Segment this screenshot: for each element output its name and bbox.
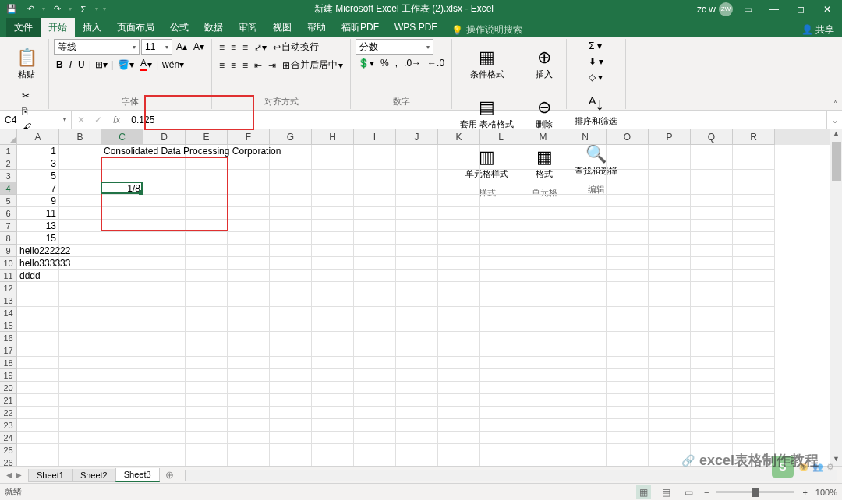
- cell-L2[interactable]: [480, 157, 522, 170]
- cell-Q22[interactable]: [691, 407, 733, 419]
- column-header-J[interactable]: J: [396, 129, 438, 145]
- cell-H8[interactable]: [312, 232, 354, 245]
- increase-font-icon[interactable]: A▴: [174, 40, 189, 54]
- cell-E2[interactable]: [186, 157, 228, 170]
- cell-P23[interactable]: [649, 419, 691, 432]
- cell-P5[interactable]: [649, 195, 691, 207]
- row-header-15[interactable]: 15: [0, 319, 17, 332]
- cell-H12[interactable]: [312, 282, 354, 294]
- cell-R12[interactable]: [733, 282, 775, 294]
- cell-F12[interactable]: [228, 282, 270, 294]
- cell-Q11[interactable]: [691, 270, 733, 282]
- cell-N24[interactable]: [564, 432, 607, 444]
- row-header-6[interactable]: 6: [0, 207, 17, 220]
- cell-D11[interactable]: [143, 270, 186, 282]
- cell-R18[interactable]: [733, 357, 775, 369]
- cell-N19[interactable]: [564, 369, 607, 382]
- cell-F20[interactable]: [228, 382, 270, 394]
- cell-R19[interactable]: [733, 369, 775, 382]
- cell-C10[interactable]: [101, 257, 143, 270]
- cell-N17[interactable]: [564, 344, 607, 357]
- align-middle-icon[interactable]: ≡: [228, 41, 239, 55]
- cell-H11[interactable]: [312, 270, 354, 282]
- cell-O24[interactable]: [607, 432, 649, 444]
- cell-A13[interactable]: [17, 294, 59, 307]
- cell-B15[interactable]: [59, 319, 101, 332]
- row-header-26[interactable]: 26: [0, 456, 17, 466]
- cell-P16[interactable]: [649, 332, 691, 344]
- cell-L24[interactable]: [480, 432, 522, 444]
- number-format-combo[interactable]: 分数▾: [356, 39, 433, 55]
- cell-L22[interactable]: [480, 407, 522, 419]
- cell-O26[interactable]: [607, 456, 649, 466]
- cell-B22[interactable]: [59, 407, 101, 419]
- cell-D12[interactable]: [143, 282, 186, 294]
- cell-P19[interactable]: [649, 369, 691, 382]
- cell-K5[interactable]: [438, 195, 480, 207]
- cell-D23[interactable]: [143, 419, 186, 432]
- cell-B7[interactable]: [59, 220, 101, 232]
- cell-M12[interactable]: [522, 282, 564, 294]
- cell-J5[interactable]: [396, 195, 438, 207]
- cell-D14[interactable]: [143, 307, 186, 319]
- cell-B6[interactable]: [59, 207, 101, 220]
- underline-button[interactable]: U: [76, 58, 87, 72]
- merge-center-button[interactable]: ⊞ 合并后居中 ▾: [280, 57, 345, 73]
- cell-E26[interactable]: [186, 456, 228, 466]
- cell-N5[interactable]: [564, 195, 607, 207]
- column-header-D[interactable]: D: [143, 129, 186, 145]
- cell-M18[interactable]: [522, 357, 564, 369]
- cell-O19[interactable]: [607, 369, 649, 382]
- cell-L26[interactable]: [480, 456, 522, 466]
- cell-J23[interactable]: [396, 419, 438, 432]
- cell-A23[interactable]: [17, 419, 59, 432]
- cell-R7[interactable]: [733, 220, 775, 232]
- sheet-nav-next-icon[interactable]: ▶: [16, 471, 22, 479]
- cell-I15[interactable]: [354, 319, 396, 332]
- cell-R4[interactable]: [733, 182, 775, 195]
- cell-E24[interactable]: [186, 432, 228, 444]
- cell-O18[interactable]: [607, 357, 649, 369]
- cell-H9[interactable]: [312, 245, 354, 257]
- cell-I14[interactable]: [354, 307, 396, 319]
- sort-filter-button[interactable]: ᴬ↓排序和筛选: [571, 86, 621, 134]
- cell-C17[interactable]: [101, 344, 143, 357]
- row-header-22[interactable]: 22: [0, 407, 17, 419]
- row-header-18[interactable]: 18: [0, 357, 17, 369]
- cell-E25[interactable]: [186, 444, 228, 456]
- cell-E12[interactable]: [186, 282, 228, 294]
- cell-O13[interactable]: [607, 294, 649, 307]
- cell-H23[interactable]: [312, 419, 354, 432]
- cell-Q21[interactable]: [691, 394, 733, 407]
- cell-O14[interactable]: [607, 307, 649, 319]
- cell-D6[interactable]: [143, 207, 186, 220]
- percent-format-icon[interactable]: %: [378, 56, 391, 70]
- cell-M21[interactable]: [522, 394, 564, 407]
- cell-P4[interactable]: [649, 182, 691, 195]
- cell-N1[interactable]: [564, 145, 607, 157]
- cell-C9[interactable]: [101, 245, 143, 257]
- accounting-format-icon[interactable]: 💲▾: [356, 56, 377, 70]
- cell-M10[interactable]: [522, 257, 564, 270]
- cell-A17[interactable]: [17, 344, 59, 357]
- cell-G18[interactable]: [270, 357, 312, 369]
- cell-Q16[interactable]: [691, 332, 733, 344]
- cell-F22[interactable]: [228, 407, 270, 419]
- cell-R5[interactable]: [733, 195, 775, 207]
- cell-R9[interactable]: [733, 245, 775, 257]
- cell-E14[interactable]: [186, 307, 228, 319]
- cell-J2[interactable]: [396, 157, 438, 170]
- fill-color-icon[interactable]: 🪣▾: [115, 58, 136, 72]
- cell-G24[interactable]: [270, 432, 312, 444]
- cell-F16[interactable]: [228, 332, 270, 344]
- cell-J6[interactable]: [396, 207, 438, 220]
- cell-E21[interactable]: [186, 394, 228, 407]
- cell-F9[interactable]: [228, 245, 270, 257]
- cell-I11[interactable]: [354, 270, 396, 282]
- cell-D13[interactable]: [143, 294, 186, 307]
- cell-H20[interactable]: [312, 382, 354, 394]
- cell-K1[interactable]: [438, 145, 480, 157]
- cell-R11[interactable]: [733, 270, 775, 282]
- copy-icon[interactable]: ⎘: [19, 104, 34, 118]
- cell-M25[interactable]: [522, 444, 564, 456]
